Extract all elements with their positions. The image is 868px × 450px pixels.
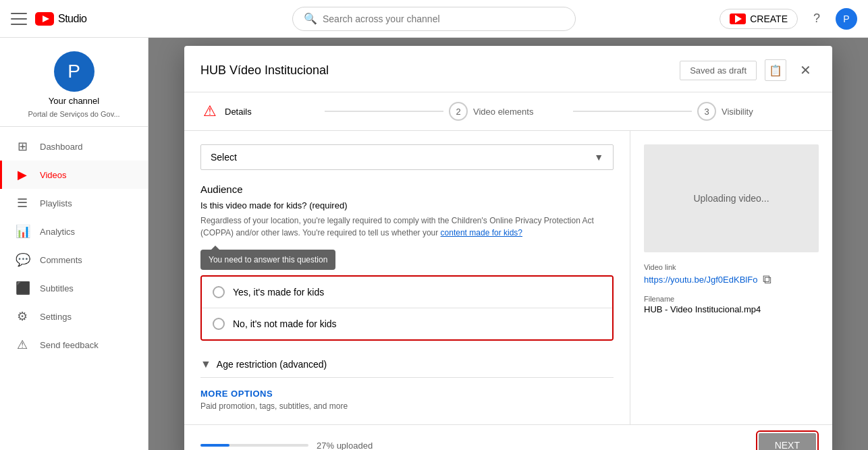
radio-no-kids[interactable]: No, it's not made for kids [202, 308, 612, 339]
comments-icon: 💬 [16, 252, 29, 267]
content-area: HUB Vídeo Institucional Saved as draft 📋… [148, 38, 868, 450]
create-icon [730, 13, 746, 24]
logo[interactable]: Studio [35, 12, 86, 26]
analytics-icon: 📊 [16, 224, 29, 239]
step-line-1 [325, 111, 443, 112]
channel-info: P Your channel Portal de Serviços do Gov… [0, 43, 148, 127]
sidebar: P Your channel Portal de Serviços do Gov… [0, 38, 148, 450]
modal-right-panel: Uploading video... Video link https://yo… [630, 131, 832, 424]
saved-as-draft-button[interactable]: Saved as draft [680, 61, 757, 80]
modal-body: Select ▼ Audience Is this video made for… [184, 131, 832, 424]
audience-title: Audience [200, 184, 614, 195]
youtube-icon [35, 12, 54, 26]
main-layout: P Your channel Portal de Serviços do Gov… [0, 38, 868, 450]
settings-icon: ⚙ [16, 309, 29, 324]
topbar-right: CREATE ? P [720, 8, 857, 30]
channel-avatar[interactable]: P [54, 51, 94, 92]
radio-yes-kids[interactable]: Yes, it's made for kids [202, 277, 612, 308]
progress-text: 27% uploaded [317, 441, 373, 451]
dashboard-icon: ⊞ [16, 139, 29, 154]
modal-main-form: Select ▼ Audience Is this video made for… [184, 131, 630, 424]
more-options-section: MORE OPTIONS Paid promotion, tags, subti… [200, 377, 614, 411]
step-visibility-label: Visibility [722, 107, 753, 117]
sidebar-item-settings[interactable]: ⚙ Settings [0, 302, 148, 331]
sidebar-item-comments[interactable]: 💬 Comments [0, 246, 148, 274]
upload-modal: HUB Vídeo Institucional Saved as draft 📋… [184, 46, 832, 450]
modal-header: HUB Vídeo Institucional Saved as draft 📋… [184, 46, 832, 92]
close-modal-button[interactable]: ✕ [794, 59, 816, 81]
step-video-elements-circle: 2 [449, 102, 468, 121]
search-bar[interactable]: 🔍 [292, 7, 576, 31]
step-details-icon: ⚠ [200, 102, 219, 121]
sidebar-item-subtitles[interactable]: ⬛ Subtitles [0, 274, 148, 302]
filename-value: HUB - Video Institucional.mp4 [644, 304, 819, 314]
age-restriction-toggle[interactable]: ▼ Age restriction (advanced) [200, 351, 614, 377]
audience-question: Is this video made for kids? (required) [200, 200, 614, 210]
step-details: ⚠ Details [200, 102, 319, 121]
modal-title: HUB Vídeo Institucional [200, 63, 329, 78]
video-link-label: Video link [644, 263, 819, 271]
studio-label: Studio [58, 13, 86, 25]
topbar-left: Studio [11, 11, 86, 27]
answer-tooltip: You need to answer this question [200, 250, 335, 270]
channel-subtitle: Portal de Serviços do Gov... [28, 110, 119, 118]
modal-footer: 27% uploaded NEXT [184, 424, 832, 450]
dropdown-chevron-icon: ▼ [594, 152, 603, 163]
kids-radio-group: Yes, it's made for kids No, it's not mad… [200, 275, 614, 341]
subtitles-icon: ⬛ [16, 281, 29, 296]
create-button[interactable]: CREATE [720, 9, 798, 29]
radio-no-circle [213, 318, 225, 330]
feedback-icon: ⚠ [16, 337, 29, 352]
step-video-elements-label: Video elements [473, 107, 533, 117]
search-input[interactable] [323, 13, 564, 24]
next-button[interactable]: NEXT [759, 433, 816, 450]
sidebar-item-videos[interactable]: ▶ Videos [0, 161, 148, 189]
video-link[interactable]: https://youtu.be/Jgf0EdKBlFo [644, 275, 757, 285]
step-visibility: 3 Visibility [697, 102, 816, 121]
channel-name: Your channel [49, 96, 99, 106]
step-details-label: Details [225, 107, 252, 117]
progress-bar-fill [200, 444, 229, 447]
playlists-icon: ☰ [16, 196, 29, 210]
copy-link-button[interactable]: ⧉ [763, 273, 771, 287]
menu-button[interactable] [11, 11, 27, 27]
sidebar-item-playlists[interactable]: ☰ Playlists [0, 189, 148, 217]
kids-content-link[interactable]: content made for kids? [441, 228, 522, 237]
sidebar-item-analytics[interactable]: 📊 Analytics [0, 217, 148, 246]
topbar: Studio 🔍 CREATE ? P [0, 0, 868, 38]
progress-bar-track [200, 444, 308, 447]
svg-marker-2 [735, 15, 742, 23]
notes-icon: 📋 [769, 64, 782, 77]
more-options-button[interactable]: MORE OPTIONS [200, 389, 614, 399]
search-icon: 🔍 [304, 12, 317, 25]
step-visibility-circle: 3 [697, 102, 716, 121]
chevron-down-icon: ▼ [200, 358, 211, 370]
sidebar-item-feedback[interactable]: ⚠ Send feedback [0, 331, 148, 359]
category-select[interactable]: Select ▼ [200, 144, 614, 170]
upload-progress-section: 27% uploaded [200, 441, 759, 451]
step-line-2 [573, 111, 692, 112]
video-link-row: https://youtu.be/Jgf0EdKBlFo ⧉ [644, 273, 819, 287]
notes-button[interactable]: 📋 [765, 59, 786, 81]
steps-bar: ⚠ Details 2 Video elements 3 Visibility [184, 92, 832, 131]
videos-icon: ▶ [16, 167, 29, 182]
more-options-description: Paid promotion, tags, subtitles, and mor… [200, 401, 614, 411]
filename-label: Filename [644, 295, 819, 303]
step-video-elements: 2 Video elements [449, 102, 568, 121]
radio-yes-circle [213, 286, 225, 298]
video-upload-preview: Uploading video... [644, 144, 819, 252]
warning-triangle-icon: ⚠ [203, 103, 217, 120]
sidebar-item-dashboard[interactable]: ⊞ Dashboard [0, 132, 148, 161]
avatar[interactable]: P [836, 8, 857, 30]
audience-description: Regardless of your location, you're lega… [200, 215, 614, 239]
help-button[interactable]: ? [806, 8, 828, 30]
modal-header-actions: Saved as draft 📋 ✕ [680, 59, 816, 81]
